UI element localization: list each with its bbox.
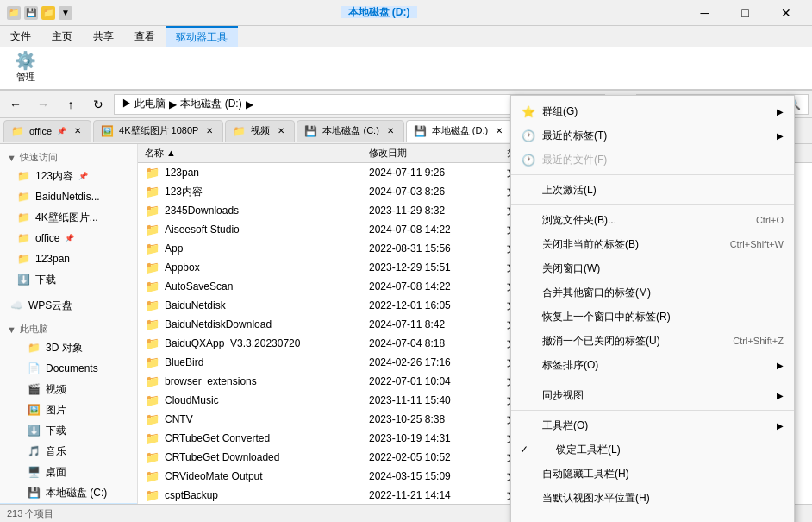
- tab-locald-close[interactable]: ✕: [493, 125, 505, 136]
- sidebar-item-documents[interactable]: 📄 Documents: [0, 358, 137, 379]
- close-button[interactable]: ✕: [766, 0, 805, 26]
- file-name: BlueBird: [165, 356, 203, 368]
- quick-access-folder[interactable]: 📁: [41, 6, 55, 20]
- file-date-cell: 2022-08-31 15:56: [365, 242, 503, 255]
- file-name-cell: 📁 Aiseesoft Studio: [141, 223, 365, 236]
- folder-icon: 📁: [145, 412, 159, 426]
- sidebar-item-3d[interactable]: 📁 3D 对象: [0, 337, 137, 358]
- quick-access-dropdown[interactable]: ▼: [59, 6, 72, 20]
- col-name[interactable]: 名称 ▲: [141, 147, 365, 160]
- sidebar-item-music[interactable]: 🎵 音乐: [0, 441, 137, 462]
- tab-share[interactable]: 共享: [83, 26, 124, 47]
- sidebar-item-locald[interactable]: 💾 本地磁盘 (D:): [0, 503, 137, 504]
- sidebar-item-4kwallpaper[interactable]: 📁 4K壁纸图片...: [0, 207, 137, 228]
- file-date-cell: 2024-07-11 8:42: [365, 318, 503, 330]
- menu-icon-lock-toolbar: [535, 443, 549, 456]
- tab-office[interactable]: 📁 office 📌 ✕: [3, 120, 91, 142]
- tab-local-c[interactable]: 💾 本地磁盘 (C:) ✕: [297, 120, 403, 142]
- col-date[interactable]: 修改日期: [365, 147, 503, 160]
- menu-item-recent-tabs[interactable]: 🕐最近的标签(T)▶: [511, 123, 794, 148]
- ribbon-manage-label: 管理: [16, 71, 35, 84]
- tab-file[interactable]: 文件: [0, 26, 41, 47]
- file-date-cell: 2023-12-29 15:51: [365, 261, 503, 274]
- file-name-cell: 📁 AutoSaveScan: [141, 280, 365, 293]
- menu-item-group[interactable]: ⭐群组(G)▶: [511, 99, 794, 123]
- maximize-button[interactable]: □: [726, 0, 765, 26]
- file-date-cell: 2022-11-21 14:14: [365, 489, 503, 501]
- menu-item-auto-hide[interactable]: 自动隐藏工具栏(H): [511, 462, 794, 486]
- minimize-button[interactable]: ─: [685, 0, 724, 26]
- sidebar-item-videos[interactable]: 🎬 视频: [0, 379, 137, 399]
- sidebar-quick-access[interactable]: ▼ 快速访问: [0, 148, 137, 166]
- menu-label-close-window: 关闭窗口(W): [542, 261, 784, 276]
- file-name: App: [165, 242, 183, 255]
- sidebar-item-wpscloud[interactable]: ☁️ WPS云盘: [0, 295, 137, 316]
- menu-item-close-others[interactable]: 关闭非当前的标签(B)Ctrl+Shift+W: [511, 232, 794, 256]
- menu-arrow-sync-view: ▶: [777, 391, 784, 400]
- sidebar-item-123pan[interactable]: 📁 123pan: [0, 248, 137, 269]
- up-button[interactable]: ↑: [59, 93, 83, 116]
- sidebar-label-123content: 123内容: [35, 169, 73, 184]
- tab-video-close[interactable]: ✕: [275, 125, 287, 136]
- menu-icon-group: ⭐: [522, 104, 535, 118]
- quick-access-save[interactable]: 💾: [24, 6, 38, 20]
- menu-icon-last-active: [522, 183, 535, 197]
- menu-label-recent-tabs: 最近的标签(T): [542, 129, 770, 143]
- menu-item-lock-toolbar[interactable]: ✓锁定工具栏(L): [511, 437, 794, 462]
- tab-home[interactable]: 主页: [41, 26, 83, 47]
- menu-item-tab-sort[interactable]: 标签排序(O)▶: [511, 353, 794, 377]
- tab-4k-close[interactable]: ✕: [203, 125, 215, 136]
- folder-icon: 📁: [145, 431, 159, 445]
- menu-item-keyboard-finder[interactable]: ⌨️键盘快捷键查找器(K)Ctrl+Shift+P: [511, 516, 794, 522]
- tab-localc-close[interactable]: ✕: [384, 125, 397, 136]
- menu-label-restore-tab: 恢复上一个窗口中的标签(R): [542, 310, 784, 324]
- menu-label-sync-view: 同步视图: [542, 388, 770, 403]
- tab-4k[interactable]: 🖼️ 4K壁纸图片 1080P ✕: [93, 120, 223, 142]
- tab-video[interactable]: 📁 视频 ✕: [225, 120, 295, 142]
- forward-button[interactable]: →: [31, 93, 55, 116]
- file-date-cell: 2024-07-08 14:22: [365, 223, 503, 236]
- title-bar: 📁 💾 📁 ▼ 本地磁盘 (D:) ─ □ ✕: [0, 0, 812, 26]
- menu-item-browse-folder[interactable]: 浏览文件夹(B)...Ctrl+O: [511, 208, 794, 232]
- menu-separator: [511, 204, 794, 205]
- menu-item-restore-tab[interactable]: 恢复上一个窗口中的标签(R): [511, 305, 794, 329]
- menu-item-merge-windows[interactable]: 合并其他窗口的标签(M): [511, 280, 794, 305]
- thispc-expand-icon: ▼: [7, 324, 16, 335]
- ribbon-manage-btn[interactable]: ⚙️ 管理: [7, 47, 44, 90]
- file-date-cell: 2024-07-08 14:22: [365, 280, 503, 292]
- sidebar-item-downloads2[interactable]: ⬇️ 下载: [0, 420, 137, 441]
- menu-icon-tab-sort: [522, 358, 535, 372]
- menu-item-reopen-closed[interactable]: 撤消一个已关闭的标签(U)Ctrl+Shift+Z: [511, 329, 794, 353]
- back-button[interactable]: ←: [3, 93, 28, 116]
- tab-localc-icon: 💾: [304, 125, 317, 137]
- tab-view[interactable]: 查看: [124, 26, 166, 47]
- folder-icon-office: 📁: [17, 232, 30, 244]
- sidebar-item-baidunetdis[interactable]: 📁 BaiduNetdis...: [0, 186, 137, 207]
- menu-icon-sync-view: [522, 388, 535, 402]
- menu-checkmark: ✓: [520, 443, 528, 456]
- item-count: 213 个项目: [7, 507, 53, 520]
- tab-drive-tools[interactable]: 驱动器工具: [166, 26, 238, 47]
- tab-office-close[interactable]: ✕: [72, 125, 84, 136]
- sidebar-item-localc[interactable]: 💾 本地磁盘 (C:): [0, 482, 137, 503]
- file-name: CloudMusic: [165, 394, 219, 406]
- sidebar-item-pictures[interactable]: 🖼️ 图片: [0, 399, 137, 420]
- menu-item-last-active[interactable]: 上次激活(L): [511, 178, 794, 202]
- file-name: CRTubeGet Converted: [165, 432, 270, 444]
- menu-icon-close-window: [522, 261, 535, 275]
- menu-item-close-window[interactable]: 关闭窗口(W): [511, 256, 794, 280]
- sidebar: ▼ 快速访问 📁 123内容 📌 📁 BaiduNetdis... 📁 4K壁纸…: [0, 144, 138, 504]
- menu-label-close-others: 关闭非当前的标签(B): [542, 237, 723, 252]
- sidebar-item-downloads[interactable]: ⬇️ 下载: [0, 269, 137, 290]
- sidebar-item-office[interactable]: 📁 office 📌: [0, 228, 137, 248]
- sidebar-item-123content[interactable]: 📁 123内容 📌: [0, 166, 137, 186]
- menu-item-sync-view[interactable]: 同步视图▶: [511, 383, 794, 407]
- menu-item-default-pos[interactable]: 当默认视图水平位置(H): [511, 486, 794, 510]
- menu-item-toolbar[interactable]: 工具栏(O)▶: [511, 413, 794, 437]
- folder-icon: 📁: [145, 166, 159, 179]
- file-name: CRTubeGet Downloaded: [165, 451, 279, 463]
- sidebar-item-desktop[interactable]: 🖥️ 桌面: [0, 462, 137, 482]
- sidebar-thispc[interactable]: ▼ 此电脑: [0, 319, 137, 337]
- refresh-button[interactable]: ↻: [86, 93, 110, 116]
- tab-local-d[interactable]: 💾 本地磁盘 (D:) ✕: [406, 120, 513, 142]
